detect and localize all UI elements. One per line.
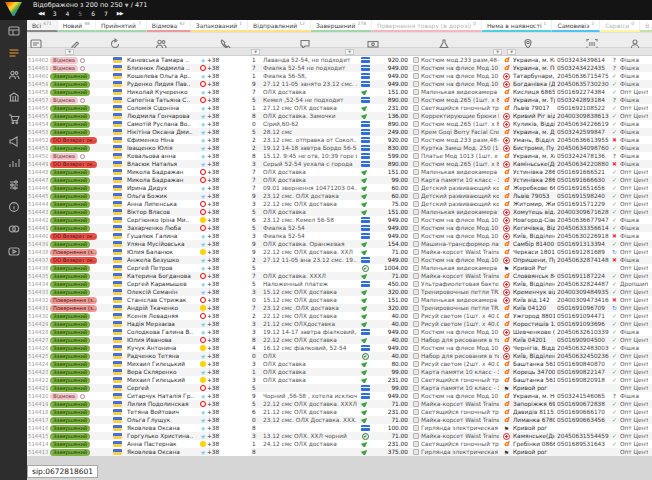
order-id-icon[interactable] <box>30 35 42 47</box>
callback-icon[interactable] <box>109 35 121 47</box>
column-filter-dropdown-4[interactable]: ▼ <box>493 49 502 55</box>
order-row[interactable]: 514419ЗавершенийЛилия Подолинская+38522.… <box>27 400 652 408</box>
tab-Сервіси[interactable]: Сервіси0 <box>600 20 640 32</box>
order-row[interactable]: 514459ЗавершенийРуденко Лидия Пав..+3892… <box>27 80 652 88</box>
tab-Запакований[interactable]: Запакований1 <box>191 20 248 32</box>
stats-icon[interactable] <box>0 152 27 174</box>
order-row[interactable]: 514443ЗавершенийВіктор Власов+385ОЛХ дос… <box>27 208 652 216</box>
column-filter-dropdown-1[interactable]: ▼ <box>65 49 74 55</box>
payment-icon[interactable] <box>367 35 379 47</box>
order-row[interactable]: 514447ЗавершенийМикола Бадражан+387ОЛХ д… <box>27 176 652 184</box>
dashboard-icon[interactable] <box>0 20 27 42</box>
order-row[interactable]: 514437DO Возврат ок..Анжела Безушко✳+382… <box>27 256 652 264</box>
tab-Повернення товару (в дорозі)[interactable]: Повернення товару (в дорозі)0 <box>372 20 482 32</box>
video-icon[interactable] <box>0 240 27 262</box>
order-row[interactable]: 514458ЗавершенийНиколай Кучеренко✳+387ОЛ… <box>27 88 652 96</box>
status-icon[interactable] <box>69 35 81 47</box>
info-icon[interactable] <box>0 196 27 218</box>
orders-icon[interactable] <box>0 42 27 64</box>
order-row[interactable]: 514451ЗавершенийІващенко Юлія✳+38219.12 … <box>27 144 652 152</box>
pagination-summary[interactable]: Відображено з 200 по 250 ▼ / 471 <box>33 1 147 9</box>
tab-Нема в наявності[interactable]: Нема в наявності1 <box>482 20 552 32</box>
order-row[interactable]: 514433ЗавершенийОлексій Семанін✳+38315.1… <box>27 288 652 296</box>
pager-page-4[interactable]: 4 <box>66 10 70 17</box>
support-icon[interactable] <box>0 218 27 240</box>
column-filter-dropdown-2[interactable]: ▼ <box>251 49 260 55</box>
pager-page-7[interactable]: 7 <box>104 10 108 17</box>
tab-Всі[interactable]: Всі471 <box>27 20 58 32</box>
order-row[interactable]: 514430ЗавершенийКсенія Левадняя+38222.12… <box>27 312 652 320</box>
tab-Завершений[interactable]: Завершений278 <box>311 20 372 32</box>
product-icon[interactable] <box>438 35 450 47</box>
order-row[interactable]: 514442ЗавершенийСергіюнко Іріна Ми..+386… <box>27 216 652 224</box>
order-row[interactable]: 514436ЗавершенийСергей Петров✳+385₴1004.… <box>27 264 652 272</box>
pager-last-button[interactable]: ▶▶ <box>117 10 123 17</box>
order-row[interactable]: 514432Повернення (з..Станіслав Стрижак+3… <box>27 296 652 304</box>
order-row[interactable]: 514455ЗавершенийЛюдмила Гончарова✳+388ОЛ… <box>27 112 652 120</box>
tab-В дорозі додому[interactable]: В дорозі додому0 <box>640 20 652 32</box>
order-row[interactable]: 514415ЗавершенийГоргулько Христина..✳+38… <box>27 432 652 440</box>
order-row[interactable]: 514461ВідмоваБлизнюк Людмила ..+387Фиалк… <box>27 64 652 72</box>
order-row[interactable]: 514413ЗавершенийЯковлева Оксана✳+388375.… <box>27 448 652 456</box>
comment-icon[interactable] <box>299 35 311 47</box>
order-row[interactable]: 514424ЗавершенийМихаил Гилецький+383ОЛХ … <box>27 360 652 368</box>
order-row[interactable]: 514454ЗавершенийСамотій Руслана Во..✳+38… <box>27 120 652 128</box>
order-row[interactable]: 514444ЗавершенийАнна Липенська+38322.12 … <box>27 200 652 208</box>
product-box-icon <box>411 161 420 167</box>
pager-first-button[interactable]: ◀◀ <box>38 10 44 17</box>
app-logo-icon[interactable] <box>5 2 22 16</box>
order-row[interactable]: 514420ВідмоваСитарчук Наталія Гр..✳+389Ч… <box>27 392 652 400</box>
order-row[interactable]: 514414ЗавершенийАнна Пастернак+38124.12 … <box>27 440 652 448</box>
order-row[interactable]: 514446ЗавершенийИрина Дидух✳+38709.01 зв… <box>27 184 652 192</box>
column-filter-dropdown-5[interactable]: ▼ <box>507 49 516 55</box>
tab-Прийнятий[interactable]: Прийнятий7 <box>96 20 147 32</box>
purchases-icon[interactable] <box>0 108 27 130</box>
order-row[interactable]: 514421ЗавершенийСергей+38599.00Карта пам… <box>27 384 652 392</box>
order-row[interactable]: 514418ЗавершенийТетяна Войтович✳+38621.1… <box>27 408 652 416</box>
order-row[interactable]: 514429ЗавершенийНадія Мерзаєва✳+38321.12… <box>27 320 652 328</box>
order-row[interactable]: 514456ЗавершенийСоломія Сідоніна✳+38127.… <box>27 104 652 112</box>
chevron-down-icon[interactable]: ▼ <box>125 2 129 8</box>
order-row[interactable]: 514449DO Возврат ок..Власюк Наталья✳+383… <box>27 160 652 168</box>
order-row[interactable]: 514425ЗавершенийРадченко Тетяна✳+380ОЛХ₴… <box>27 352 652 360</box>
settings-icon[interactable] <box>0 174 27 196</box>
manager-icon[interactable] <box>629 35 641 47</box>
company-icon[interactable] <box>0 86 27 108</box>
order-row[interactable]: 514428ЗавершенийСолодкова Галина В..✳+38… <box>27 328 652 336</box>
order-row[interactable]: 514431Повернення (з..Андрій Ткаченко+387… <box>27 304 652 312</box>
address-icon[interactable] <box>522 35 534 47</box>
order-row[interactable]: 514438Повернення (з..Юлия Баланюк+38922.… <box>27 248 652 256</box>
column-filter-dropdown-3[interactable]: ▼ <box>345 49 354 55</box>
order-row[interactable]: 514448ЗавершенийМикола Бадражан+387ОЛХ д… <box>27 168 652 176</box>
ttn-icon[interactable] <box>586 35 598 47</box>
order-row[interactable]: 514462ВідмоваКаневська Тамара ..✳+381Лав… <box>27 56 652 64</box>
order-row[interactable]: 514440DO Возврат ок..Гуцалюк Галина✳+383… <box>27 232 652 240</box>
order-row[interactable]: 514450ВідмоваКовальова анна✳+38815.12. 9… <box>27 152 652 160</box>
order-row[interactable]: 514439ЗавершенийУляна Мусійовська✳+389ОЛ… <box>27 240 652 248</box>
order-row[interactable]: 514417ЗавершенийОльга Глущук✳+38023.12 с… <box>27 416 652 424</box>
order-row[interactable]: 514445ЗавершенийОльга Божик✳+38923.12 см… <box>27 192 652 200</box>
client-icon[interactable] <box>155 35 167 47</box>
tab-Самовивіз[interactable]: Самовивіз2 <box>552 20 600 32</box>
order-row[interactable]: 514422ЗавершенийМихаил Гилецький+383ОЛХ … <box>27 376 652 384</box>
order-row[interactable]: 514435ЗавершенийКатерина Богданова+387ОЛ… <box>27 272 652 280</box>
order-row[interactable]: 514434ЗавершенийСергей Карамышев✳+385Нал… <box>27 280 652 288</box>
tab-Відправлений[interactable]: Відправлений12 <box>248 20 311 32</box>
pager-page-5[interactable]: 5 <box>78 10 82 17</box>
order-row[interactable]: 514460ЗавершенийКошелева Ольга Ар..✳+381… <box>27 72 652 80</box>
order-row[interactable]: 514441ЗавершенийЗахарченко Люба+385Фиалк… <box>27 224 652 232</box>
order-row[interactable]: 514423ЗавершенийВера Скляренко✳+381ОЛХ д… <box>27 368 652 376</box>
clients-icon[interactable] <box>0 64 27 86</box>
pager-page-3[interactable]: 3 <box>53 10 57 17</box>
order-row[interactable]: 514453ЗавершенийНікітіна Оксана Дми..✳+3… <box>27 128 652 136</box>
tab-Новий[interactable]: Новий48 <box>58 20 96 32</box>
pager-page-6[interactable]: 6 <box>91 10 95 17</box>
order-row[interactable]: 514426ЗавершенийКучук Антонина+38416.12 … <box>27 344 652 352</box>
tab-Відмова[interactable]: Відмова42 <box>147 20 191 32</box>
phone-icon[interactable] <box>219 35 231 47</box>
order-row[interactable]: 514416ЗавершенийЯковлева Оксана✳+388100.… <box>27 424 652 432</box>
order-row[interactable]: 514452DO Возврат ок..Єфименко Ніна✳+3822… <box>27 136 652 144</box>
order-row[interactable]: 514457ВідмоваСапегіна Татьяна С..+385Кем… <box>27 96 652 104</box>
order-row[interactable]: 514427ЗавершенийЮлия Иванова+38822.12 см… <box>27 336 652 344</box>
marketing-icon[interactable] <box>0 130 27 152</box>
